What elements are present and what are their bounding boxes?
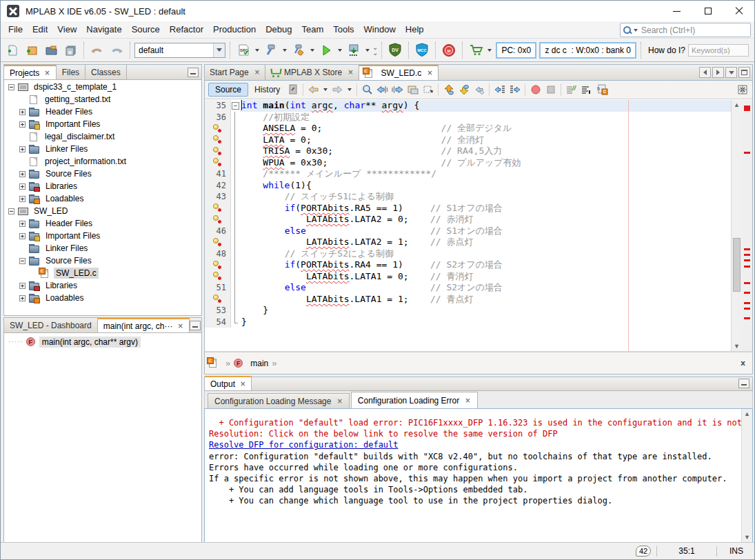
source-view-button[interactable]: Source: [208, 83, 248, 97]
shift-line-right-button[interactable]: [508, 83, 521, 97]
editor-tab-mplab-x-store[interactable]: MPLAB X Store×: [265, 65, 359, 80]
output-link[interactable]: Resolve DFP for configuration: default: [209, 439, 738, 450]
toggle-breakpoint-button[interactable]: [529, 83, 542, 97]
output-vertical-scrollbar[interactable]: ▲ ▼: [741, 409, 752, 542]
run-dropdown-icon[interactable]: [338, 49, 342, 52]
menu-view[interactable]: View: [52, 21, 81, 38]
code-line[interactable]: 42 while(1){: [205, 180, 731, 192]
set-project-configuration-button[interactable]: SRC: [234, 41, 252, 59]
stop-button[interactable]: [544, 83, 557, 97]
maximize-button[interactable]: [692, 1, 723, 21]
output-tab-configuration-loading-error[interactable]: Configuration Loading Error×: [351, 392, 478, 408]
warning-icon[interactable]: [213, 124, 222, 133]
expand-toggle-icon[interactable]: +: [19, 183, 26, 190]
build-project-button[interactable]: [262, 41, 280, 59]
scroll-up-icon[interactable]: ▲: [742, 409, 752, 419]
menu-debug[interactable]: Debug: [261, 21, 296, 38]
warning-icon[interactable]: [213, 238, 222, 247]
code-line[interactable]: TRISA = 0x30; // RA4,5入力: [205, 146, 731, 157]
build-dropdown-icon[interactable]: [283, 49, 287, 52]
close-tab-icon[interactable]: ×: [240, 381, 245, 388]
close-tab-icon[interactable]: ×: [44, 70, 50, 77]
tree-item-libraries[interactable]: +Libraries: [4, 279, 201, 292]
expand-toggle-icon[interactable]: +: [19, 283, 26, 289]
minimize-button[interactable]: [661, 1, 692, 21]
toggle-highlight-button[interactable]: [406, 83, 419, 97]
uncomment-button[interactable]: [580, 83, 593, 97]
open-project-button[interactable]: [42, 41, 60, 59]
tree-item-important-files[interactable]: +Important Files: [4, 118, 201, 130]
warning-icon[interactable]: [213, 147, 222, 156]
warning-icon[interactable]: [213, 261, 222, 270]
next-bookmark-button[interactable]: [457, 83, 470, 97]
expand-toggle-icon[interactable]: +: [19, 221, 26, 227]
output-minimize-button[interactable]: [738, 379, 749, 388]
menu-source[interactable]: Source: [127, 21, 165, 38]
code-line[interactable]: 53 }: [205, 305, 731, 317]
output-tab[interactable]: Output ×: [205, 376, 252, 390]
tree-item-source-files[interactable]: −Source Files: [4, 254, 201, 267]
tree-item-libraries[interactable]: +Libraries: [4, 180, 201, 192]
code-line[interactable]: ANSELA = 0; // 全部デジタル: [205, 123, 731, 134]
error-stripe[interactable]: [742, 100, 752, 351]
status-register-box[interactable]: z dc c : W:0x0 : bank 0: [539, 42, 636, 59]
split-document-button[interactable]: [736, 83, 749, 97]
expand-toggle-icon[interactable]: +: [19, 146, 26, 152]
toolbar-overflow-icon[interactable]: ⌄⌄: [372, 45, 377, 56]
tree-item-important-files[interactable]: +Important Files: [4, 230, 201, 242]
last-edit-button[interactable]: [286, 83, 299, 97]
menu-refactor[interactable]: Refactor: [165, 21, 208, 38]
code-line[interactable]: LATA = 0; // 全消灯: [205, 134, 731, 146]
tree-item-loadables[interactable]: +Loadables: [4, 192, 201, 205]
fold-toggle[interactable]: [231, 100, 240, 112]
error-mark[interactable]: [744, 152, 750, 154]
code-line[interactable]: if(PORTAbits.RA5 == 1) // S1オフの場合: [205, 203, 731, 214]
navigator-tab-main-int-argc-ch[interactable]: main(int argc, ch···×: [98, 318, 190, 332]
editor-vertical-scrollbar[interactable]: ▲ ▼: [731, 100, 742, 351]
vertical-scroll-thumb[interactable]: [733, 238, 741, 292]
data-visualizer-button[interactable]: DV: [386, 41, 404, 59]
warning-icon[interactable]: [213, 294, 222, 303]
collapse-toggle-icon[interactable]: −: [8, 208, 14, 214]
projects-tab-classes[interactable]: Classes: [85, 65, 127, 79]
collapse-toggle-icon[interactable]: −: [8, 84, 14, 90]
output-tab-configuration-loading-message[interactable]: Configuration Loading Message×: [208, 393, 350, 408]
mplab-store-button[interactable]: [467, 41, 485, 59]
configuration-select[interactable]: default: [134, 43, 225, 58]
find-selection-button[interactable]: [361, 83, 374, 97]
menu-edit[interactable]: Edit: [28, 21, 52, 38]
error-mark[interactable]: [744, 302, 750, 304]
navigator-item-main-int-argc-char-argv[interactable]: ·····main(int argc, char** argv): [4, 335, 201, 348]
warning-icon[interactable]: [213, 203, 222, 212]
navigator-tab-sw-led-dashboard[interactable]: SW_LED - Dashboard: [4, 318, 98, 332]
tree-item-linker-files[interactable]: +Linker Files: [4, 143, 201, 155]
error-mark[interactable]: [744, 308, 750, 310]
mcc-button[interactable]: MCC: [413, 41, 431, 59]
menu-tools[interactable]: Tools: [328, 21, 359, 38]
tree-item-getting-started-txt[interactable]: getting_started.txt: [4, 93, 201, 106]
src-dropdown-icon[interactable]: [255, 49, 259, 52]
warning-icon[interactable]: [213, 158, 222, 167]
error-mark[interactable]: [744, 266, 750, 268]
history-view-button[interactable]: History: [250, 85, 284, 94]
forward-button[interactable]: [331, 83, 344, 97]
expand-toggle-icon[interactable]: +: [19, 171, 26, 177]
warning-icon[interactable]: [213, 272, 222, 281]
code-line[interactable]: 54}: [205, 317, 731, 328]
menu-window[interactable]: Window: [359, 21, 401, 38]
editor-tab-start-page[interactable]: Start Page×: [205, 65, 265, 80]
forward-dropdown-icon[interactable]: [348, 88, 352, 91]
code-line[interactable]: 46 else // S1オンの場合: [205, 226, 731, 237]
projects-tab-projects[interactable]: Projects×: [4, 65, 57, 79]
maximize-editor-button[interactable]: [738, 67, 750, 78]
scroll-tabs-left-button[interactable]: [699, 67, 711, 78]
code-line[interactable]: 41 /****** メインループ ************/: [205, 168, 731, 180]
rectangular-selection-button[interactable]: [421, 83, 434, 97]
code-line[interactable]: LATAbits.LATA2 = 0; // 赤消灯: [205, 214, 731, 226]
close-button[interactable]: [723, 1, 754, 21]
error-mark[interactable]: [744, 292, 750, 294]
shift-line-left-button[interactable]: [493, 83, 506, 97]
error-mark[interactable]: [744, 106, 750, 111]
how-do-i-input[interactable]: Keyword(s): [688, 44, 749, 57]
code-line[interactable]: WPUA = 0x30; // プルアップ有効: [205, 157, 731, 169]
